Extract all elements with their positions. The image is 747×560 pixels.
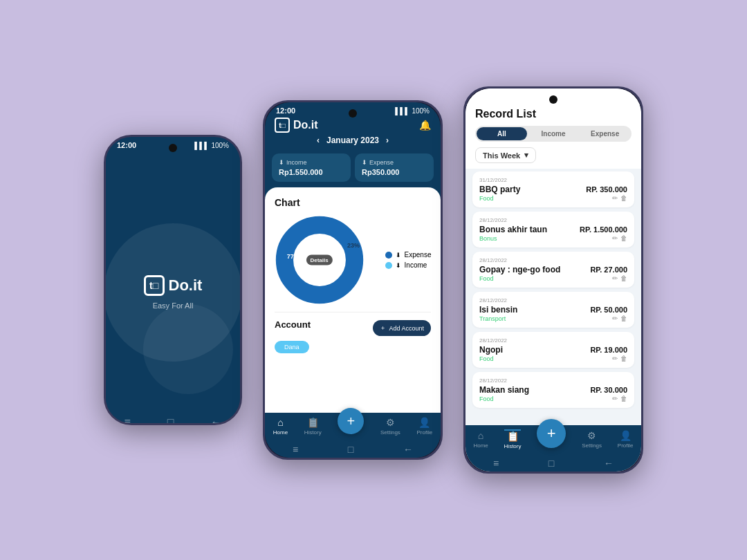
tab-all[interactable]: All: [477, 127, 527, 140]
home-nav-icon-3: ⌂: [478, 430, 483, 441]
center-add-button-2[interactable]: +: [338, 408, 364, 434]
home-sys-3: □: [548, 458, 554, 469]
status-bar-3: 12:00 ▌▌▌ 100%: [475, 91, 631, 104]
tab-income[interactable]: Income: [528, 127, 579, 140]
time-1: 12:00: [117, 141, 136, 149]
settings-nav-icon: ⚙: [386, 417, 395, 428]
nav-settings-2[interactable]: ⚙ Settings: [380, 417, 400, 436]
record-item-0: 31/12/2022 BBQ party RP. 350.000 Food ✏ …: [472, 171, 634, 207]
home-label-3: Home: [473, 442, 488, 449]
delete-icon-1[interactable]: 🗑: [620, 234, 627, 242]
back-sys-3: ←: [604, 458, 614, 469]
app-brand: t□ Do.it: [275, 118, 318, 133]
stats-row: ⬇Income Rp1.550.000 ⬇Expense Rp350.000: [265, 153, 441, 187]
record-row-5: Makan siang RP. 30.000: [479, 385, 627, 395]
delete-icon-4[interactable]: 🗑: [620, 355, 627, 362]
nav-bar-1: ≡ □ ←: [106, 416, 240, 425]
signal-icon-3: ▌▌▌: [586, 96, 600, 104]
details-button[interactable]: Details: [306, 255, 332, 265]
nav-profile-2[interactable]: 👤 Profile: [416, 417, 432, 436]
menu-sys-3: ≡: [493, 458, 499, 469]
nav-history-2[interactable]: 📋 History: [304, 417, 322, 436]
filter-tabs: All Income Expense: [475, 126, 631, 142]
edit-icon-2[interactable]: ✏: [612, 274, 618, 282]
add-account-button[interactable]: ＋ Add Account: [373, 320, 431, 336]
phone-dashboard: 12:00 ▌▌▌ 100% t□ Do.it 🔔 ‹ January 2023…: [263, 100, 443, 460]
record-actions-0: ✏ 🗑: [612, 194, 627, 202]
status-bar-1: 12:00 ▌▌▌ 100%: [106, 137, 240, 149]
home-nav-icon: ⌂: [277, 417, 283, 428]
record-item-2: 28/12/2022 Gopay : nge-go food RP. 27.00…: [472, 252, 634, 288]
edit-icon-3[interactable]: ✏: [612, 315, 618, 322]
signal-icon-2: ▌▌▌: [395, 107, 409, 115]
settings-nav-icon-3: ⚙: [587, 430, 596, 441]
week-filter-dropdown[interactable]: This Week ▾: [475, 147, 536, 163]
record-row-1: Bonus akhir taun RP. 1.500.000: [479, 225, 627, 234]
record-item-4: 28/12/2022 Ngopi RP. 19.000 Food ✏ 🗑: [472, 332, 634, 368]
next-month-icon[interactable]: ›: [386, 136, 389, 145]
profile-nav-label: Profile: [416, 429, 432, 436]
record-category-5: Food: [479, 395, 494, 402]
record-date-3: 28/12/2022: [479, 297, 627, 304]
record-cat-row-2: Food ✏ 🗑: [479, 274, 627, 282]
record-date-5: 28/12/2022: [479, 377, 627, 384]
splash-logo: t□ Do.it: [144, 275, 203, 296]
expense-label: ⬇Expense: [362, 159, 427, 166]
tagline: Easy For All: [153, 301, 194, 310]
delete-icon-0[interactable]: 🗑: [620, 194, 627, 202]
settings-nav-label: Settings: [380, 429, 400, 436]
record-date-4: 28/12/2022: [479, 337, 627, 344]
status-icons-1: ▌▌▌ 100%: [194, 142, 229, 149]
history-nav-label: History: [304, 429, 322, 436]
account-header: Account ＋ Add Account: [275, 319, 431, 337]
back-sys-2: ←: [403, 444, 413, 455]
record-item-5: 28/12/2022 Makan siang RP. 30.000 Food ✏…: [472, 372, 634, 408]
nav-settings-3[interactable]: ⚙ Settings: [582, 430, 602, 449]
delete-icon-2[interactable]: 🗑: [620, 274, 627, 282]
record-row-4: Ngopi RP. 19.000: [479, 345, 627, 355]
bell-icon[interactable]: 🔔: [419, 120, 431, 131]
edit-icon-4[interactable]: ✏: [612, 355, 618, 362]
battery-icon-3: 100%: [602, 96, 620, 104]
nav-home-2[interactable]: ⌂ Home: [273, 417, 288, 436]
tab-expense[interactable]: Expense: [580, 127, 630, 140]
home-sys-2: □: [348, 444, 353, 455]
record-row-2: Gopay : nge-go food RP. 27.000: [479, 265, 627, 274]
legend-expense-label: Expense: [405, 251, 432, 259]
app-name-splash: Do.it: [169, 277, 203, 295]
account-chip: Dana: [275, 341, 309, 353]
nav-profile-3[interactable]: 👤 Profile: [618, 430, 634, 449]
history-label-3: History: [504, 443, 522, 449]
center-add-icon-3: +: [547, 424, 556, 442]
record-list-screen: 12:00 ▌▌▌ 100% Record List All Income Ex…: [465, 88, 641, 472]
center-add-button-3[interactable]: +: [537, 419, 566, 448]
delete-icon-5[interactable]: 🗑: [620, 395, 627, 402]
record-category-3: Transport: [479, 315, 506, 322]
record-actions-4: ✏ 🗑: [612, 355, 627, 362]
record-amount-3: RP. 50.000: [590, 306, 627, 314]
record-cat-row-5: Food ✏ 🗑: [479, 395, 627, 402]
record-actions-5: ✏ 🗑: [612, 395, 627, 402]
nav-home-3[interactable]: ⌂ Home: [473, 430, 488, 449]
legend-expense-icon: ⬇: [396, 252, 401, 259]
nav-history-3[interactable]: 📋 History: [504, 429, 522, 449]
page-title: Record List: [475, 104, 631, 126]
prev-month-icon[interactable]: ‹: [317, 136, 320, 145]
record-amount-2: RP. 27.000: [590, 265, 627, 274]
week-filter-label: This Week: [483, 151, 520, 160]
phone-record-list: 12:00 ▌▌▌ 100% Record List All Income Ex…: [463, 86, 643, 474]
record-actions-2: ✏ 🗑: [612, 274, 627, 282]
chart-section: Details 77% 23% ⬇ Expense ⬇ Incom: [275, 215, 431, 305]
record-date-1: 28/12/2022: [479, 217, 627, 223]
status-icons-2: ▌▌▌ 100%: [395, 107, 430, 115]
edit-icon-5[interactable]: ✏: [612, 395, 618, 402]
edit-icon-1[interactable]: ✏: [612, 234, 618, 242]
record-category-0: Food: [479, 195, 494, 202]
edit-icon-0[interactable]: ✏: [612, 194, 618, 202]
menu-icon-1: ≡: [124, 416, 130, 425]
legend-income-label: Income: [405, 261, 427, 269]
delete-icon-3[interactable]: 🗑: [620, 315, 627, 322]
record-name-1: Bonus akhir taun: [479, 225, 547, 234]
add-account-label: Add Account: [389, 325, 424, 332]
record-item-3: 28/12/2022 Isi bensin RP. 50.000 Transpo…: [472, 292, 634, 328]
